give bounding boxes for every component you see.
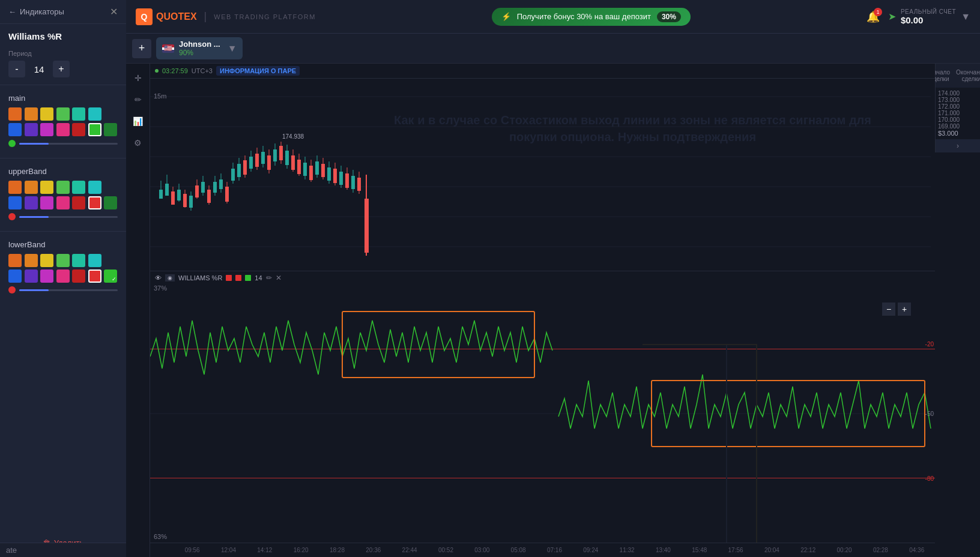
period-plus-button[interactable]: + xyxy=(53,61,70,77)
color-swatch[interactable] xyxy=(72,123,85,136)
color-swatch xyxy=(104,254,117,267)
platform-label: WEB TRADING PLATFORM xyxy=(214,13,316,20)
color-slider-main xyxy=(8,140,118,147)
color-slider-upper xyxy=(8,213,118,220)
color-swatch[interactable]: ✓ xyxy=(104,269,117,283)
slider-track-main[interactable] xyxy=(19,143,118,145)
period-minus-button[interactable]: - xyxy=(8,61,25,77)
slider-track-lower[interactable] xyxy=(19,289,118,291)
edit-indicator-button[interactable]: ✏ xyxy=(266,274,272,282)
notifications-button[interactable]: 🔔 1 xyxy=(867,10,880,23)
time-label-17: 22:12 xyxy=(790,547,826,553)
account-label: РЕАЛЬНЫЙ СЧЕТ xyxy=(901,8,956,15)
bonus-banner[interactable]: ⚡ Получите бонус 30% на ваш депозит 30% xyxy=(492,8,691,26)
color-swatch[interactable] xyxy=(56,181,70,194)
svg-rect-29 xyxy=(225,187,229,202)
zoom-in-button[interactable]: + xyxy=(898,303,911,316)
period-label: Период xyxy=(8,50,118,57)
color-swatch[interactable] xyxy=(40,181,53,194)
eye-icon[interactable]: 👁 xyxy=(155,274,162,282)
color-swatch[interactable] xyxy=(88,181,101,194)
price-173: 173.000 xyxy=(938,97,975,103)
time-label-20: 04:36 xyxy=(899,547,935,553)
color-swatch[interactable] xyxy=(104,196,117,209)
price-174: 174.000 xyxy=(938,90,975,97)
topbar: Q QUOTEX | WEB TRADING PLATFORM ⚡ Получи… xyxy=(126,0,980,34)
color-dot-main xyxy=(8,140,16,147)
indicator-type-icon: ◉ xyxy=(165,274,175,282)
trade-panel-labels: Начало сделки Окончание сделки xyxy=(929,69,980,82)
color-swatch[interactable] xyxy=(25,107,38,121)
right-panel-toggle[interactable]: › xyxy=(935,139,980,152)
color-swatch[interactable] xyxy=(25,269,38,283)
pair-info-button[interactable]: ИНФОРМАЦИЯ О ПАРЕ xyxy=(216,66,300,76)
color-swatch[interactable] xyxy=(88,196,101,209)
svg-text:174.938: 174.938 xyxy=(282,133,304,140)
color-swatch[interactable] xyxy=(56,254,70,267)
color-swatch[interactable] xyxy=(56,123,70,136)
color-swatch[interactable] xyxy=(88,123,101,136)
color-swatch[interactable] xyxy=(56,269,70,283)
pencil-tool[interactable]: ✏ xyxy=(130,91,147,108)
close-indicator-button[interactable]: ✕ xyxy=(276,274,282,282)
price-171: 171.000 xyxy=(938,110,975,116)
color-swatch[interactable] xyxy=(88,254,101,267)
color-swatch[interactable] xyxy=(40,107,53,121)
notification-badge: 1 xyxy=(874,8,882,16)
color-swatch[interactable] xyxy=(8,269,22,283)
color-swatch[interactable] xyxy=(72,196,85,209)
color-swatch[interactable] xyxy=(8,196,22,209)
period-value: 14 xyxy=(30,64,48,74)
svg-rect-47 xyxy=(279,146,283,160)
asset-selector[interactable]: 🇺🇸 Johnson ... 90% ▼ xyxy=(156,37,243,59)
crosshair-tool[interactable]: ✛ xyxy=(130,70,147,86)
color-swatch[interactable] xyxy=(72,269,85,283)
color-swatch xyxy=(104,181,117,194)
price-170: 170.000 xyxy=(938,116,975,123)
dropdown-arrow-icon: ▼ xyxy=(961,11,970,22)
color-swatch[interactable] xyxy=(72,107,85,121)
account-section[interactable]: ➤ РЕАЛЬНЫЙ СЧЕТ $0.00 ▼ xyxy=(888,8,970,25)
sidebar-nav-back[interactable]: ← Индикаторы xyxy=(8,7,64,16)
color-swatch[interactable] xyxy=(72,181,85,194)
color-swatch[interactable] xyxy=(25,254,38,267)
color-swatch[interactable] xyxy=(72,254,85,267)
svg-rect-35 xyxy=(243,160,247,175)
svg-rect-56 xyxy=(303,163,307,176)
color-swatch[interactable] xyxy=(56,196,70,209)
color-swatch[interactable] xyxy=(88,269,101,283)
zoom-out-button[interactable]: − xyxy=(882,303,895,316)
price-axis: 174.000 173.000 172.000 171.000 170.000 … xyxy=(935,88,977,139)
logo-text: QUOTEX xyxy=(156,11,197,22)
slider-track-upper[interactable] xyxy=(19,216,118,218)
time-label-10: 07:16 xyxy=(536,547,572,553)
svg-rect-72 xyxy=(351,176,355,189)
color-swatch[interactable] xyxy=(40,196,53,209)
settings-tool[interactable]: ⚙ xyxy=(130,134,147,151)
sidebar-close-button[interactable]: ✕ xyxy=(110,6,118,17)
color-swatch[interactable] xyxy=(40,123,53,136)
color-swatch[interactable] xyxy=(40,269,53,283)
color-swatch[interactable] xyxy=(8,107,22,121)
bar-chart-tool[interactable]: 📊 xyxy=(130,113,147,130)
time-label-14: 15:48 xyxy=(682,547,718,553)
color-swatch[interactable] xyxy=(25,181,38,194)
color-swatch[interactable] xyxy=(8,123,22,136)
svg-rect-64 xyxy=(327,167,331,181)
color-swatch[interactable] xyxy=(25,196,38,209)
svg-rect-13 xyxy=(177,190,181,200)
add-indicator-button[interactable]: + xyxy=(132,39,151,58)
color-swatch[interactable] xyxy=(8,181,22,194)
color-swatch[interactable] xyxy=(104,123,117,136)
time-label-5: 20:36 xyxy=(355,547,392,553)
topbar-left: Q QUOTEX | WEB TRADING PLATFORM xyxy=(136,8,316,25)
color-swatch[interactable] xyxy=(56,107,70,121)
color-swatch[interactable] xyxy=(88,107,101,121)
asset-dropdown-icon: ▼ xyxy=(228,43,237,54)
chart-container: + 🇺🇸 Johnson ... 90% ▼ ✛ ✏ 📊 ⚙ xyxy=(126,34,980,557)
amount-label: $3.000 xyxy=(938,130,975,137)
color-swatch[interactable] xyxy=(8,254,22,267)
color-swatch[interactable] xyxy=(40,254,53,267)
color-swatch[interactable] xyxy=(25,123,38,136)
send-icon: ➤ xyxy=(888,11,896,22)
